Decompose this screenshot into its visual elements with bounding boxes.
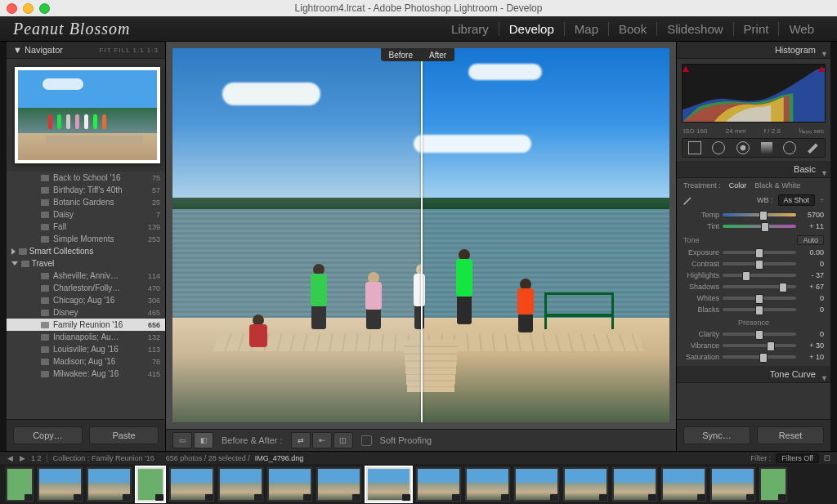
module-library[interactable]: Library xyxy=(441,22,499,36)
filmstrip-thumb[interactable] xyxy=(37,466,83,502)
filmstrip-thumb[interactable] xyxy=(217,466,264,502)
image-canvas[interactable]: Before xyxy=(172,48,669,422)
collection-row[interactable]: Fall139 xyxy=(7,221,165,233)
vibrance-slider[interactable]: Vibrance+ 30 xyxy=(683,340,824,351)
histogram[interactable] xyxy=(682,64,826,123)
reset-button[interactable]: Reset xyxy=(757,426,824,444)
saturation-slider[interactable]: Saturation+ 10 xyxy=(683,351,824,363)
navigator-zoom[interactable]: FIT FILL 1:1 1:3 xyxy=(100,47,159,54)
before-after-divider[interactable] xyxy=(421,48,423,422)
left-panel-grip[interactable] xyxy=(0,42,7,451)
copy-before-button[interactable]: ⇤ xyxy=(312,432,332,448)
navigator-header[interactable]: ▼ Navigator FIT FILL 1:1 1:3 xyxy=(7,42,165,59)
filmstrip-fwd-icon[interactable]: ▶ xyxy=(19,454,26,462)
collection-row[interactable]: Botanic Gardens25 xyxy=(7,196,165,208)
contrast-slider[interactable]: Contrast0 xyxy=(683,258,824,270)
filmstrip-thumb[interactable] xyxy=(660,466,707,502)
auto-tone-button[interactable]: Auto xyxy=(797,235,824,245)
filter-label: Filter : xyxy=(750,454,771,462)
collection-row[interactable]: Charleston/Folly…470 xyxy=(7,282,165,294)
whites-slider[interactable]: Whites0 xyxy=(683,292,824,304)
sync-button[interactable]: Sync… xyxy=(683,426,750,444)
before-image xyxy=(172,48,421,422)
paste-button[interactable]: Paste xyxy=(89,426,159,444)
left-panel: ▼ Navigator FIT FILL 1:1 1:3 Back to Sch… xyxy=(7,42,166,451)
filmstrip-thumb[interactable] xyxy=(365,466,413,503)
filmstrip-thumb[interactable] xyxy=(611,466,658,502)
temp-slider[interactable]: Temp5700 xyxy=(683,209,824,221)
loupe-view-button[interactable]: ▭ xyxy=(172,432,192,448)
redeye-tool-icon[interactable] xyxy=(736,141,750,154)
filmstrip-thumb[interactable] xyxy=(513,466,560,502)
collection-row[interactable]: Indianapolis; Au…132 xyxy=(7,331,165,343)
graduated-filter-icon[interactable] xyxy=(761,142,772,154)
collection-row[interactable]: Daisy7 xyxy=(7,208,165,221)
filmstrip-thumb[interactable] xyxy=(709,466,756,502)
copy-after-button[interactable]: ◫ xyxy=(333,432,353,448)
before-after-view-button[interactable]: ◧ xyxy=(194,432,213,448)
collection-row[interactable]: Back to School '1675 xyxy=(7,172,165,184)
wb-eyedropper-icon[interactable] xyxy=(683,195,693,205)
navigator-preview[interactable] xyxy=(7,59,165,172)
tone-curve-header[interactable]: Tone Curve▼ xyxy=(677,366,830,383)
basic-panel-header[interactable]: Basic▼ xyxy=(677,161,830,178)
right-panel-grip[interactable] xyxy=(830,42,837,451)
swap-before-after-button[interactable]: ⇄ xyxy=(291,432,311,448)
filmstrip-thumbs[interactable] xyxy=(0,464,837,504)
module-develop[interactable]: Develop xyxy=(499,22,565,36)
app-header: Peanut Blossom Library Develop Map Book … xyxy=(0,16,837,42)
travel-group[interactable]: Travel xyxy=(7,257,165,270)
filmstrip-thumb[interactable] xyxy=(316,466,362,502)
exposure-slider[interactable]: Exposure0.00 xyxy=(683,247,824,258)
filmstrip-thumb[interactable] xyxy=(415,466,462,502)
highlights-slider[interactable]: Highlights- 37 xyxy=(683,270,824,281)
wb-preset-select[interactable]: As Shot xyxy=(778,194,816,206)
filmstrip-thumb[interactable] xyxy=(135,466,166,503)
module-slideshow[interactable]: Slideshow xyxy=(657,22,733,36)
module-book[interactable]: Book xyxy=(609,22,657,36)
module-print[interactable]: Print xyxy=(734,22,780,36)
filmstrip-filename: IMG_4796.dng xyxy=(255,454,304,462)
collection-row[interactable]: Louisville; Aug '16113 xyxy=(7,343,165,355)
filmstrip-nav[interactable]: 1 2 xyxy=(31,454,42,462)
smart-collections-group[interactable]: Smart Collections xyxy=(7,245,165,257)
filmstrip-thumb[interactable] xyxy=(86,466,132,502)
collection-row[interactable]: Family Reunion '16656 xyxy=(7,319,165,331)
filmstrip-thumb[interactable] xyxy=(168,466,215,502)
blacks-slider[interactable]: Blacks0 xyxy=(683,304,824,315)
collection-row[interactable]: Simple Moments253 xyxy=(7,233,165,245)
filter-preset-select[interactable]: Filters Off xyxy=(776,453,819,463)
filter-lock-icon[interactable]: ⚀ xyxy=(824,454,830,462)
soft-proofing-checkbox[interactable] xyxy=(361,435,372,446)
adjustment-brush-icon[interactable] xyxy=(808,142,819,154)
filmstrip-thumb[interactable] xyxy=(759,466,788,502)
collection-row[interactable]: Milwakee: Aug '16415 xyxy=(7,368,165,380)
shadows-slider[interactable]: Shadows+ 67 xyxy=(683,281,824,292)
after-image xyxy=(421,48,669,422)
module-web[interactable]: Web xyxy=(779,22,824,36)
collection-row[interactable]: Asheville; Anniv…114 xyxy=(7,270,165,282)
tint-slider[interactable]: Tint+ 11 xyxy=(683,221,824,232)
treatment-bw[interactable]: Black & White xyxy=(754,181,800,190)
treatment-color[interactable]: Color xyxy=(729,181,747,190)
histogram-metadata: ISO 16024 mmf / 2.8¹⁄₂₀₀₀ sec xyxy=(677,127,830,138)
collection-row[interactable]: Disney465 xyxy=(7,306,165,319)
presence-label: Presence xyxy=(738,319,769,327)
histogram-header[interactable]: Histogram▼ xyxy=(677,42,830,59)
collection-row[interactable]: Madison; Aug '1678 xyxy=(7,355,165,368)
crop-tool-icon[interactable] xyxy=(688,141,701,154)
radial-filter-icon[interactable] xyxy=(783,141,796,154)
collection-row[interactable]: Chicago; Aug '16306 xyxy=(7,294,165,306)
spot-removal-icon[interactable] xyxy=(712,141,725,154)
identity-plate[interactable]: Peanut Blossom xyxy=(13,20,130,38)
filmstrip-thumb[interactable] xyxy=(5,466,34,502)
filmstrip-back-icon[interactable]: ◀ xyxy=(7,454,14,462)
module-map[interactable]: Map xyxy=(565,22,609,36)
filmstrip-thumb[interactable] xyxy=(464,466,511,502)
copy-button[interactable]: Copy… xyxy=(13,426,83,444)
filmstrip-thumb[interactable] xyxy=(562,466,609,502)
filmstrip-thumb[interactable] xyxy=(266,466,313,502)
filmstrip-source[interactable]: Collection : Family Reunion '16 xyxy=(53,454,154,462)
clarity-slider[interactable]: Clarity0 xyxy=(683,328,824,340)
collection-row[interactable]: Birthday: Tiff's 40th57 xyxy=(7,184,165,196)
